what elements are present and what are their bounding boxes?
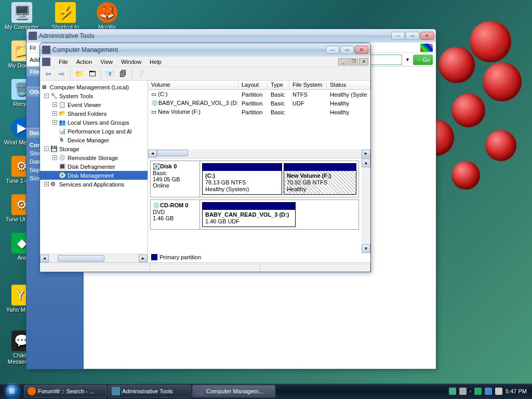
tree-defrag[interactable]: 🔳Disk Defragmenter xyxy=(40,162,148,171)
tree-root[interactable]: 🖥Computer Management (Local) xyxy=(40,83,148,91)
menu-file-trunc[interactable]: Fil xyxy=(30,45,36,51)
disk-icon: 💽 xyxy=(153,163,160,169)
menu-action[interactable]: Action xyxy=(76,59,92,65)
close-button[interactable]: ✕ xyxy=(355,46,368,54)
col-type[interactable]: Type xyxy=(268,81,289,89)
app-icon xyxy=(29,32,37,40)
start-button[interactable] xyxy=(2,383,23,399)
system-tray[interactable]: ‹ 5:47 PM xyxy=(449,388,530,395)
tray-icon[interactable] xyxy=(459,388,467,395)
tree-local-users[interactable]: +👥Local Users and Groups xyxy=(40,118,148,127)
tree-perf-logs[interactable]: 📊Performance Logs and Al xyxy=(40,127,148,136)
list-row[interactable]: ▭ (C:) Partition Basic NTFS Healthy (Sys… xyxy=(148,90,370,99)
menu-help[interactable]: Help xyxy=(150,59,162,65)
admin-tools-icon xyxy=(112,387,120,395)
menu-file[interactable]: File xyxy=(59,59,68,65)
tree-pane[interactable]: 🖥Computer Management (Local) −🔧System To… xyxy=(40,81,148,262)
menu-view[interactable]: View xyxy=(100,59,113,65)
taskbar[interactable]: ForumW :: Search - ... Administrative To… xyxy=(0,383,532,399)
tree-disk-management[interactable]: 💽Disk Management xyxy=(40,171,148,180)
tray-expand-icon[interactable]: ‹ xyxy=(470,389,471,394)
minimize-button[interactable]: — xyxy=(326,46,339,54)
forward-button[interactable]: ⇨ xyxy=(57,69,67,79)
address-label: Add xyxy=(30,57,40,63)
window-title: Administrative Tools xyxy=(39,32,95,39)
mmc-icon xyxy=(42,58,50,66)
go-button[interactable]: →Go xyxy=(413,55,433,65)
volume-list[interactable]: Volume Layout Type File System Status ▭ … xyxy=(148,81,370,158)
menu-window[interactable]: Window xyxy=(121,59,141,65)
scroll-left-icon[interactable]: ◄ xyxy=(40,255,49,262)
tree-services[interactable]: +⚙Services and Applications xyxy=(40,180,148,189)
mdi-close[interactable]: ✕ xyxy=(359,58,368,65)
col-status[interactable]: Status xyxy=(327,81,370,89)
firefox-icon xyxy=(28,387,36,395)
window-computer-management[interactable]: Computer Management — ▭ ✕ File Action Vi… xyxy=(39,43,371,272)
list-row[interactable]: ▭ New Volume (F:) Partition Basic Health… xyxy=(148,108,370,116)
taskbar-item-admin[interactable]: Administrative Tools xyxy=(108,385,191,397)
partition-c[interactable]: (C:)78.13 GB NTFSHealthy (System) xyxy=(202,163,282,195)
tree-storage[interactable]: −💾Storage xyxy=(40,144,148,153)
toolbar: ⇦ ⇨ 📁 🗔 📧 🗐 ❔ xyxy=(40,67,370,81)
properties-button[interactable]: 📧 xyxy=(104,69,115,79)
list-header[interactable]: Volume Layout Type File System Status xyxy=(148,81,370,90)
taskbar-item-firefox[interactable]: ForumW :: Search - ... xyxy=(24,385,107,397)
col-layout[interactable]: Layout xyxy=(238,81,268,89)
list-row[interactable]: 💿BABY_CAN_READ_VOL_3 (D:) Partition Basi… xyxy=(148,99,370,108)
scroll-left-icon[interactable]: ◄ xyxy=(148,150,157,157)
list-hscrollbar[interactable]: ◄ ► xyxy=(148,149,370,158)
back-button[interactable]: ⇦ xyxy=(43,69,54,79)
scroll-up-icon[interactable]: ▲ xyxy=(362,158,370,167)
help-button[interactable]: ❔ xyxy=(135,69,145,79)
address-dropdown-icon[interactable]: ▼ xyxy=(405,57,410,62)
icon-mozilla[interactable]: 🦊Mozilla xyxy=(88,2,126,30)
scroll-down-icon[interactable]: ▼ xyxy=(362,244,370,253)
tree-device-mgr[interactable]: 🖱Device Manager xyxy=(40,136,148,144)
maximize-button[interactable]: ▭ xyxy=(340,46,354,54)
partition-f[interactable]: New Volume (F:)70.92 GB NTFSHealthy xyxy=(284,163,356,195)
disk-row[interactable]: 💽Disk 0 Basic 149.05 GB Online (C:)78.13… xyxy=(150,161,359,197)
cdrom-row[interactable]: 💿CD-ROM 0 DVD 1.46 GB BABY_CAN_READ_VOL_… xyxy=(150,200,359,230)
statusbar xyxy=(40,262,370,272)
titlebar-cm[interactable]: Computer Management — ▭ ✕ xyxy=(40,43,370,57)
icon-shortcut[interactable]: ⚡Shortcut to xyxy=(47,2,84,30)
tray-icon[interactable] xyxy=(449,388,456,395)
scroll-thumb[interactable] xyxy=(157,150,188,156)
disc-icon: 💿 xyxy=(151,100,158,106)
tree-event-viewer[interactable]: +📋Event Viewer xyxy=(40,100,148,109)
close-button[interactable]: ✕ xyxy=(420,32,434,40)
partition-d[interactable]: BABY_CAN_READ_VOL_3 (D:)1.46 GB UDF xyxy=(202,202,296,227)
minimize-button[interactable]: — xyxy=(391,32,405,40)
col-filesystem[interactable]: File System xyxy=(289,81,327,89)
tree-shared-folders[interactable]: +📂Shared Folders xyxy=(40,109,148,118)
diskview-vscrollbar[interactable]: ▲ ▼ xyxy=(362,158,370,253)
app-icon xyxy=(42,46,50,54)
tree-system-tools[interactable]: −🔧System Tools xyxy=(40,91,148,100)
disk-info: 💿CD-ROM 0 DVD 1.46 GB xyxy=(151,200,200,229)
icon-my-computer[interactable]: 🖥️My Computer xyxy=(3,2,41,30)
tree-removable[interactable]: +💿Removable Storage xyxy=(40,153,148,162)
tree-hscrollbar[interactable]: ◄ ► xyxy=(40,254,148,262)
clock[interactable]: 5:47 PM xyxy=(506,388,527,394)
legend-primary: Primary partition xyxy=(151,254,201,260)
volume-icon: ▭ xyxy=(151,91,158,97)
up-button[interactable]: 📁 xyxy=(74,69,84,79)
start-orb-icon xyxy=(5,384,20,398)
mdi-restore[interactable]: ❐ xyxy=(349,58,358,65)
compmgmt-icon xyxy=(196,387,204,395)
show-hide-tree-button[interactable]: 🗔 xyxy=(87,69,98,79)
volume-icon[interactable] xyxy=(495,388,502,395)
col-volume[interactable]: Volume xyxy=(148,81,238,89)
titlebar-admin[interactable]: Administrative Tools — ▭ ✕ xyxy=(26,29,436,43)
disk-graphical-view[interactable]: 💽Disk 0 Basic 149.05 GB Online (C:)78.13… xyxy=(148,158,370,262)
scroll-right-icon[interactable]: ► xyxy=(362,150,370,157)
scroll-thumb[interactable] xyxy=(58,255,104,262)
tray-icon[interactable] xyxy=(474,388,482,395)
mdi-minimize[interactable]: _ xyxy=(338,58,348,65)
tray-icon[interactable] xyxy=(485,388,492,395)
taskbar-item-compmgmt[interactable]: Computer Managem... xyxy=(192,385,275,397)
scroll-right-icon[interactable]: ► xyxy=(139,255,148,262)
refresh-button[interactable]: 🗐 xyxy=(118,69,128,79)
maximize-button[interactable]: ▭ xyxy=(406,32,419,40)
disc-icon: 💿 xyxy=(153,202,160,208)
